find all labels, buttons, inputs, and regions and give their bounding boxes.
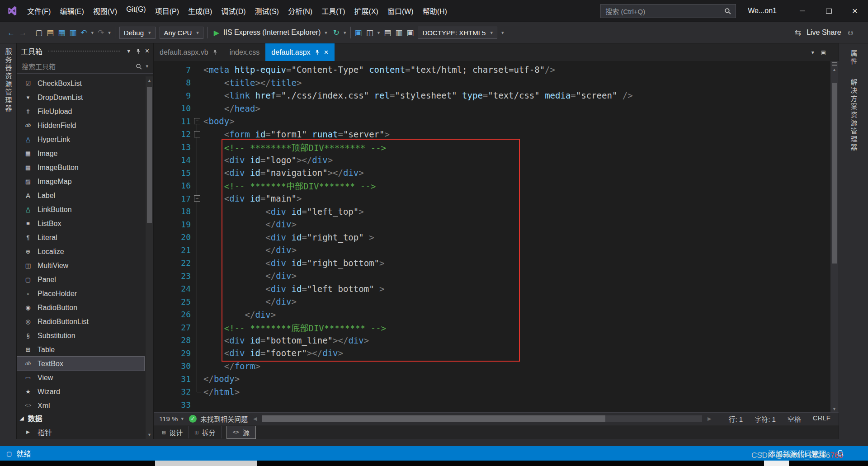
line-number[interactable]: 29	[154, 348, 191, 358]
horizontal-scrollbar-thumb[interactable]	[262, 415, 605, 422]
line-number[interactable]: 21	[154, 245, 191, 255]
tab-index-css[interactable]: index.css	[224, 43, 266, 61]
line-number[interactable]: 26	[154, 310, 191, 319]
navigate-back-icon[interactable]: ←	[7, 29, 15, 37]
scroll-up-icon[interactable]: ▲	[830, 67, 838, 72]
toolbox-scrollbar-thumb[interactable]	[147, 87, 152, 223]
toolbox-search-box[interactable]: 搜索工具箱 ▾	[17, 59, 153, 74]
menu-item-p[interactable]: 项目(P)	[151, 3, 184, 19]
scroll-up-icon[interactable]: ▲	[146, 78, 153, 83]
zoom-control[interactable]: 119 % ▾	[159, 415, 184, 423]
minimize-button[interactable]: ─	[789, 0, 816, 22]
horizontal-scrollbar[interactable]	[262, 415, 702, 422]
toolbox-item-substitution[interactable]: §Substitution	[17, 329, 144, 343]
menu-item-g[interactable]: Git(G)	[122, 3, 151, 19]
window-layout-icon[interactable]: ▣	[821, 50, 826, 55]
code-text[interactable]: <body>	[203, 116, 235, 126]
code-text[interactable]: </head>	[203, 104, 260, 113]
editor-vertical-scrollbar[interactable]: ▲ ▼	[830, 61, 839, 412]
close-icon[interactable]: ×	[324, 48, 329, 56]
toolbox-item-view[interactable]: ▭View	[17, 371, 144, 385]
toolbox-item-textbox[interactable]: abTextBox	[17, 357, 144, 371]
code-text[interactable]: </html>	[203, 387, 240, 397]
pin-icon[interactable]	[315, 49, 320, 55]
toolbox-item-pointer[interactable]: ► 指针	[17, 425, 153, 439]
line-number[interactable]: 24	[154, 284, 191, 293]
background-tasks-icon[interactable]: ▢	[6, 450, 12, 457]
menu-item-n[interactable]: 分析(N)	[283, 3, 317, 19]
toolbox-section-data[interactable]: ◢ 数据	[17, 411, 153, 425]
line-number[interactable]: 9	[154, 91, 191, 100]
start-debugging-button[interactable]: ▶ IIS Express (Internet Explorer) ▾	[212, 28, 329, 37]
chevron-down-icon[interactable]: ▾	[146, 63, 148, 69]
menu-item-x[interactable]: 扩展(X)	[350, 3, 383, 19]
fold-collapse-icon[interactable]: −	[194, 195, 200, 202]
line-number[interactable]: 15	[154, 168, 191, 178]
open-file-icon[interactable]: ▤	[47, 29, 54, 37]
line-number[interactable]: 11	[154, 117, 191, 126]
navigate-forward-icon[interactable]: →	[19, 29, 27, 37]
line-number[interactable]: 14	[154, 155, 191, 165]
toolbox-item-panel[interactable]: ▢Panel	[17, 273, 144, 287]
toolbox-item-radiobutton[interactable]: ◉RadioButton	[17, 301, 144, 315]
quick-search-box[interactable]: 搜索 (Ctrl+Q)	[600, 4, 736, 18]
menu-item-w[interactable]: 窗口(W)	[383, 3, 418, 19]
fold-region[interactable]: −	[191, 118, 203, 124]
line-number[interactable]: 8	[154, 78, 191, 87]
panes-chevron-icon[interactable]: ▾	[377, 30, 380, 36]
line-number[interactable]: 22	[154, 258, 191, 268]
code-text[interactable]: </form>	[203, 361, 260, 371]
fold-region[interactable]: −	[191, 195, 203, 202]
code-text[interactable]: <meta http-equiv="Content-Type" content=…	[203, 65, 555, 75]
toolbox-item-multiview[interactable]: ◫MultiView	[17, 259, 144, 273]
undo-chevron-icon[interactable]: ▾	[91, 30, 94, 36]
scroll-left-icon[interactable]: ◀	[253, 416, 257, 422]
maximize-button[interactable]	[816, 0, 842, 22]
undo-icon[interactable]: ↶	[80, 29, 87, 37]
feedback-icon[interactable]: ☺	[847, 29, 854, 37]
toolbox-item-hiddenfield[interactable]: abHiddenField	[17, 118, 144, 132]
toolbox-item-localize[interactable]: ⊕Localize	[17, 245, 144, 259]
properties-vertical-tab[interactable]: 属性	[849, 50, 859, 66]
toolbox-item-imagebutton[interactable]: ▩ImageButton	[17, 160, 144, 174]
menu-item-b[interactable]: 生成(B)	[184, 3, 217, 19]
line-number[interactable]: 28	[154, 335, 191, 345]
line-number[interactable]: 20	[154, 232, 191, 242]
menu-item-d[interactable]: 调试(D)	[217, 3, 250, 19]
toolbox-item-hyperlink[interactable]: AHyperLink	[17, 132, 144, 146]
document-health-indicator[interactable]: ✓ 未找到相关问题	[189, 414, 248, 424]
pin-icon[interactable]	[212, 49, 218, 55]
fold-collapse-icon[interactable]: −	[194, 118, 200, 124]
toolbox-item-xml[interactable]: <>Xml	[17, 399, 144, 411]
line-number[interactable]: 33	[154, 400, 191, 410]
line-number[interactable]: 30	[154, 361, 191, 371]
toolbox-drag-grip[interactable]	[48, 51, 120, 52]
editor-scrollbar-thumb[interactable]	[832, 83, 837, 264]
close-icon[interactable]: ×	[145, 47, 149, 55]
code-editor[interactable]: 7<meta http-equiv="Content-Type" content…	[154, 61, 839, 412]
view-tab-split[interactable]: ◫拆分	[189, 426, 222, 438]
browser-preview-icon[interactable]: ▣	[355, 29, 362, 37]
line-number[interactable]: 25	[154, 297, 191, 306]
line-number[interactable]: 12	[154, 129, 191, 139]
scroll-right-icon[interactable]: ▶	[708, 416, 711, 422]
toolbox-item-placeholder[interactable]: ▫PlaceHolder	[17, 287, 144, 301]
comment-icon[interactable]: ▤	[384, 29, 391, 37]
fold-collapse-icon[interactable]: −	[194, 131, 200, 137]
toolbox-item-literal[interactable]: ¶Literal	[17, 231, 144, 245]
refresh-icon[interactable]: ↻	[333, 29, 340, 37]
toolbox-item-linkbutton[interactable]: ALinkButton	[17, 202, 144, 217]
format-document-icon[interactable]: ▣	[406, 29, 414, 37]
save-icon[interactable]: ▦	[58, 29, 65, 37]
solution-configuration-dropdown[interactable]: Debug▾	[119, 27, 156, 39]
chevron-down-icon[interactable]: ▾	[325, 30, 327, 36]
menu-item-e[interactable]: 编辑(E)	[55, 3, 88, 19]
menu-item-t[interactable]: 工具(T)	[317, 3, 349, 19]
toolbar-overflow-icon[interactable]: ▾	[501, 30, 504, 36]
line-number[interactable]: 18	[154, 207, 191, 216]
menu-item-v[interactable]: 视图(V)	[89, 3, 122, 19]
code-text[interactable]: <link href="./css/index.css" rel="styles…	[203, 90, 633, 100]
toolbox-item-dropdownlist[interactable]: ▾DropDownList	[17, 90, 144, 104]
fold-region[interactable]: −	[191, 131, 203, 137]
toolbox-item-checkboxlist[interactable]: ☑CheckBoxList	[17, 76, 144, 90]
